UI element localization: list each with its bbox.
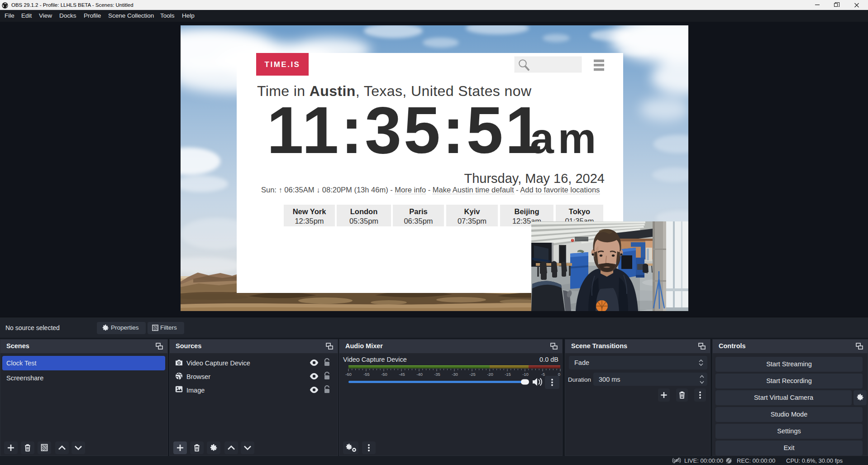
svg-text:Sun: ↑ 06:35AM ↓ 08:20PM (13h: Sun: ↑ 06:35AM ↓ 08:20PM (13h 46m) - Mor… bbox=[261, 186, 600, 194]
svg-text:Tokyo: Tokyo bbox=[569, 207, 590, 216]
svg-text:12:35pm: 12:35pm bbox=[295, 217, 324, 225]
svg-text:06:35pm: 06:35pm bbox=[404, 217, 433, 225]
svg-text:Paris: Paris bbox=[409, 207, 427, 216]
svg-text:07:35pm: 07:35pm bbox=[458, 217, 486, 225]
svg-text:London: London bbox=[350, 207, 377, 216]
svg-text:05:35pm: 05:35pm bbox=[349, 217, 378, 225]
svg-text:New York: New York bbox=[293, 207, 326, 216]
svg-text:11:35:51: 11:35:51 bbox=[267, 93, 544, 167]
svg-text:am: am bbox=[530, 114, 600, 162]
svg-text:Kyiv: Kyiv bbox=[464, 207, 481, 216]
svg-text:TIME.IS: TIME.IS bbox=[265, 60, 300, 69]
svg-text:Thursday, May 16, 2024: Thursday, May 16, 2024 bbox=[464, 171, 605, 186]
svg-text:Beijing: Beijing bbox=[514, 207, 539, 216]
